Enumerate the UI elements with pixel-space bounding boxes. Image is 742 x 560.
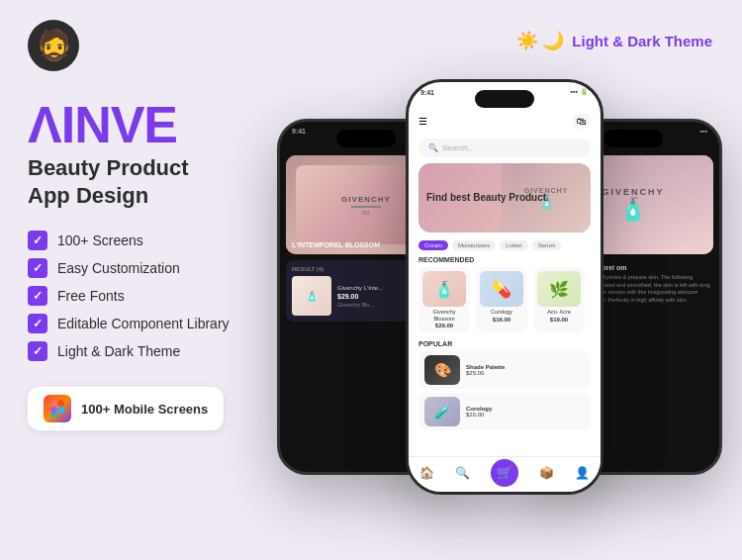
svg-rect-0 [50, 400, 57, 407]
notch-right [603, 130, 663, 147]
signal-center: ▪▪▪ 🔋 [571, 88, 589, 96]
nav-search-icon[interactable]: 🔍 [455, 466, 470, 480]
feature-label-5: Light & Dark Theme [57, 343, 180, 359]
svg-rect-2 [50, 407, 57, 414]
phone-center: 9:41 ▪▪▪ 🔋 ☰ 🛍 🔍 Search... GIVENCHY 🧴 [406, 79, 603, 495]
product-card-3[interactable]: 🌿 Act+ Acre $19.00 [533, 267, 585, 332]
nav-cart-button[interactable]: 🛒 [491, 459, 518, 487]
feature-label-3: Free Fonts [57, 288, 125, 304]
product-price-3: $19.00 [537, 317, 581, 323]
product-card-2[interactable]: 💊 Curology $16.00 [476, 267, 527, 332]
figma-icon [44, 395, 71, 422]
search-placeholder: Search... [442, 143, 474, 152]
product-img-3: 🌿 [537, 271, 581, 307]
popular-img-1: 🎨 [424, 355, 460, 385]
categories: Cream Moisturizers Lotion Serum [409, 240, 601, 250]
subtitle-line2: App Design [28, 183, 148, 208]
nav-profile-icon[interactable]: 👤 [575, 466, 590, 480]
check-icon-1 [28, 231, 47, 250]
nav-home-icon[interactable]: 🏠 [419, 466, 434, 480]
svg-point-3 [57, 407, 64, 414]
brand-letter-a: Λ [28, 99, 61, 150]
product-name-3: Act+ Acre [537, 309, 581, 316]
menu-icon: ☰ [418, 116, 427, 127]
product-img-1: 🧴 [422, 271, 466, 307]
notch-left [336, 130, 396, 147]
time-left: 9:41 [292, 128, 306, 135]
product-name-2: Curology [480, 309, 523, 316]
category-cream[interactable]: Cream [418, 240, 448, 250]
app-subtitle: Beauty Product App Design [28, 154, 285, 209]
category-serum[interactable]: Serum [532, 240, 562, 250]
feature-item: Easy Customization [28, 258, 285, 278]
feature-item: Editable Component Library [28, 314, 285, 333]
dark-banner-text: L'INTEMPOREL BLOSSOM [292, 241, 380, 248]
popular-label: POPULAR [409, 340, 601, 351]
cart-icon: 🛒 [497, 465, 512, 480]
features-list: 100+ Screens Easy Customization Free Fon… [28, 231, 285, 361]
brand-name: ΛAINVEINVE [28, 99, 285, 150]
product-card-1[interactable]: 🧴 Givenchy Blossom $29.00 [418, 267, 470, 332]
hero-text: Find best Beauty Product. [426, 192, 549, 204]
notch-center [475, 90, 534, 108]
product-price-2: $16.00 [480, 317, 523, 323]
product-name-1: Givenchy Blossom [422, 309, 466, 322]
figma-badge: 100+ Mobile Screens [28, 387, 224, 430]
feature-item: Light & Dark Theme [28, 341, 285, 361]
svg-rect-1 [57, 400, 64, 407]
popular-item-1[interactable]: 🎨 Shade Palette $25.00 [418, 351, 591, 389]
check-icon-2 [28, 258, 47, 278]
signal-right: ▪▪▪ [700, 128, 707, 135]
feature-label-1: 100+ Screens [57, 233, 143, 248]
avatar: 🧔 [28, 20, 79, 71]
time-center: 9:41 [420, 89, 434, 96]
popular-price-2: $20.00 [466, 412, 585, 418]
check-icon-5 [28, 341, 47, 361]
hero-banner: GIVENCHY 🧴 Find best Beauty Product. [418, 163, 591, 233]
feature-item: 100+ Screens [28, 231, 285, 250]
category-lotion[interactable]: Lotion [500, 240, 527, 250]
feature-label-4: Editable Component Library [57, 316, 230, 331]
left-panel: ΛAINVEINVE Beauty Product App Design 100… [28, 99, 285, 430]
products-row: 🧴 Givenchy Blossom $29.00 💊 Curology $16… [409, 267, 601, 332]
popular-price-1: $25.00 [466, 370, 585, 376]
category-moisturizers[interactable]: Moisturizers [452, 240, 496, 250]
cart-icon-header: 🛍 [573, 114, 591, 129]
center-phone-content: ☰ 🛍 🔍 Search... GIVENCHY 🧴 Find best Bea… [409, 110, 601, 492]
feature-item: Free Fonts [28, 286, 285, 306]
popular-img-2: 🧪 [424, 397, 460, 426]
figma-label: 100+ Mobile Screens [81, 402, 208, 417]
dark-product-image: 🧴 [292, 276, 331, 316]
popular-info-1: Shade Palette $25.00 [466, 364, 585, 376]
bottom-nav: 🏠 🔍 🛒 📦 👤 [409, 456, 601, 492]
check-icon-4 [28, 314, 47, 333]
center-header: ☰ 🛍 [409, 110, 601, 131]
popular-info-2: Curology $20.00 [466, 406, 585, 418]
search-bar[interactable]: 🔍 Search... [418, 139, 591, 157]
popular-item-2[interactable]: 🧪 Curology $20.00 [418, 393, 591, 430]
givenchy-label: GIVENCHY [341, 195, 391, 204]
subtitle-line1: Beauty Product [28, 155, 189, 180]
search-icon: 🔍 [428, 143, 438, 152]
feature-label-2: Easy Customization [57, 260, 180, 276]
recommended-label: RECOMMENDED [409, 256, 601, 267]
svg-rect-4 [50, 414, 57, 418]
product-price-1: $29.00 [422, 323, 466, 328]
phones-container: 9:41 ▪▪▪ GIVENCHY GG L'INTEMPOREL BLOSSO… [267, 40, 742, 554]
check-icon-3 [28, 286, 47, 306]
product-img-2: 💊 [480, 271, 523, 307]
nav-orders-icon[interactable]: 📦 [539, 466, 554, 480]
popular-row: 🎨 Shade Palette $25.00 🧪 Curology $20.00 [409, 351, 601, 430]
